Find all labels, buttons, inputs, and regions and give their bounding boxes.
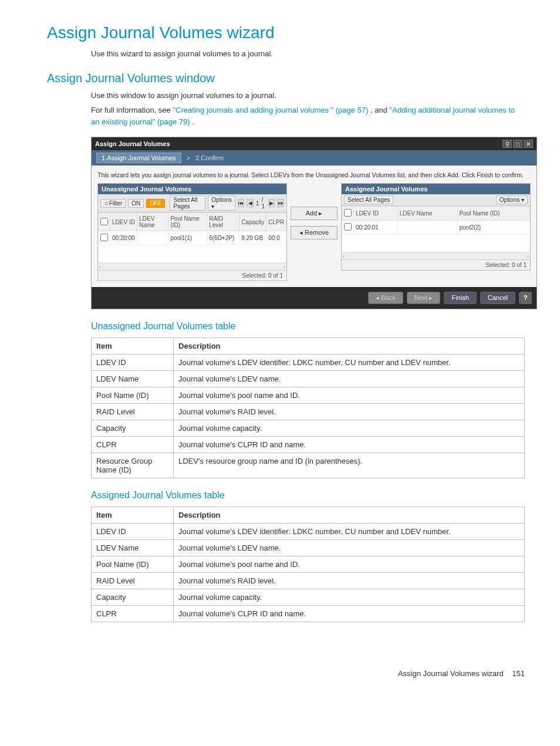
table-row: LDEV NameJournal volume's LDEV name.	[92, 540, 525, 556]
col-ldev-id[interactable]: LDEV ID	[110, 213, 137, 231]
page-footer: Assign Journal Volumes wizard 151	[47, 669, 525, 678]
assigned-header: Assigned Journal Volumes	[342, 184, 530, 194]
item: Capacity	[92, 589, 174, 606]
filter-button[interactable]: ☆Filter	[100, 199, 126, 208]
item: LDEV ID	[92, 355, 174, 371]
desc: Journal volume's pool name and ID.	[174, 556, 525, 573]
assigned-panel: Assigned Journal Volumes Select All Page…	[341, 183, 531, 271]
last-page-icon[interactable]: ⏭	[277, 199, 284, 207]
table-row: RAID LevelJournal volume's RAID level.	[92, 573, 525, 589]
assigned-table-title: Assigned Journal Volumes table	[91, 490, 525, 501]
header-desc: Description	[174, 338, 525, 355]
assigned-footer: Selected: 0 of 1	[342, 259, 530, 270]
checkbox-header[interactable]	[342, 207, 354, 221]
breadcrumb-step2: 2.Confirm	[195, 154, 224, 161]
prev-page-icon[interactable]: ◀	[247, 199, 254, 207]
filter-on[interactable]: ON	[128, 199, 144, 208]
col-clpr[interactable]: CLPR	[266, 213, 286, 231]
table-row: CapacityJournal volume capacity.	[92, 589, 525, 606]
unassigned-panel: Unassigned Journal Volumes ☆Filter ON OF…	[97, 183, 287, 281]
table-row: LDEV IDJournal volume's LDEV identifier:…	[92, 355, 525, 371]
empty-row	[342, 235, 530, 252]
cell-pool-name: pool2(2)	[457, 221, 530, 235]
item: CLPR	[92, 437, 174, 453]
col-ldev-name[interactable]: LDEV Name	[137, 213, 168, 231]
cell-ldev-id: 00:20:01	[354, 221, 398, 235]
h-scrollbar[interactable]: ‹›	[98, 263, 286, 270]
desc: Journal volume's LDEV identifier: LDKC n…	[174, 355, 525, 371]
unassigned-table: LDEV ID LDEV Name Pool Name (ID) RAID Le…	[98, 212, 286, 263]
col-ldev-id[interactable]: LDEV ID	[354, 207, 398, 221]
options-dropdown[interactable]: Options ▾	[208, 195, 235, 211]
select-all-checkbox[interactable]	[100, 218, 108, 225]
table-row: Resource Group Name (ID)LDEV's resource …	[92, 453, 525, 478]
full-info-prefix: For full information, see	[91, 106, 173, 114]
back-button[interactable]: ◂ Back	[368, 292, 403, 304]
col-raid-level[interactable]: RAID Level	[207, 213, 239, 231]
maximize-icon[interactable]: □	[513, 140, 522, 148]
item: Capacity	[92, 420, 174, 437]
desc: Journal volume's CLPR ID and name.	[174, 606, 525, 622]
wizard-title: Assign Journal Volumes	[95, 140, 170, 147]
item: LDEV ID	[92, 524, 174, 540]
page-total: / 1	[261, 197, 266, 210]
cancel-button[interactable]: Cancel	[480, 292, 515, 304]
end-punct: .	[192, 117, 194, 126]
h-scrollbar[interactable]: ‹›	[342, 252, 530, 259]
table-row[interactable]: 00:20:01 pool2(2)	[342, 221, 530, 235]
col-ldev-name[interactable]: LDEV Name	[397, 207, 457, 221]
add-button[interactable]: Add ▸	[291, 207, 338, 220]
row-checkbox[interactable]	[100, 234, 108, 241]
row-checkbox[interactable]	[344, 223, 352, 231]
link-creating-journals[interactable]: "Creating journals and adding journal vo…	[173, 106, 368, 114]
header-desc: Description	[174, 507, 525, 524]
desc: Journal volume's LDEV name.	[174, 540, 525, 556]
next-button[interactable]: Next ▸	[407, 292, 441, 304]
wizard-window: Assign Journal Volumes ⚲ □ ✕ 1.Assign Jo…	[91, 137, 537, 309]
checkbox-header[interactable]	[99, 213, 110, 231]
select-all-checkbox[interactable]	[344, 209, 352, 217]
filter-off[interactable]: OFF	[146, 199, 165, 208]
cell-ldev-id: 00:20:00	[110, 231, 137, 245]
empty-row	[99, 245, 286, 263]
col-pool-name[interactable]: Pool Name (ID)	[457, 207, 530, 221]
table-row: Pool Name (ID)Journal volume's pool name…	[92, 556, 525, 573]
remove-button[interactable]: ◂ Remove	[291, 226, 338, 239]
table-row: LDEV NameJournal volume's LDEV name.	[92, 371, 525, 387]
table-row: LDEV IDJournal volume's LDEV identifier:…	[92, 524, 525, 540]
breadcrumb-step1[interactable]: 1.Assign Journal Volumes	[96, 153, 181, 163]
wizard-instruction: This wizard lets you assign journal volu…	[97, 171, 531, 178]
filter-icon[interactable]: ⚲	[502, 140, 512, 148]
select-all-pages-right[interactable]: Select All Pages	[344, 195, 393, 204]
section-intro: Use this window to assign journal volume…	[91, 90, 525, 102]
help-button[interactable]: ?	[519, 292, 532, 304]
table-row: Pool Name (ID)Journal volume's pool name…	[92, 387, 525, 404]
assigned-table: LDEV ID LDEV Name Pool Name (ID) 00:20:0…	[342, 206, 530, 252]
page-current: 1	[256, 200, 259, 207]
cell-pool-name: pool1(1)	[168, 231, 207, 245]
item: RAID Level	[92, 573, 174, 589]
col-pool-name[interactable]: Pool Name (ID)	[168, 213, 207, 231]
desc: Journal volume's LDEV name.	[174, 371, 525, 387]
wizard-titlebar: Assign Journal Volumes ⚲ □ ✕	[92, 137, 537, 150]
intro-text: Use this wizard to assign journal volume…	[91, 48, 525, 60]
options-dropdown-right[interactable]: Options ▾	[496, 195, 528, 204]
table-row: CLPRJournal volume's CLPR ID and name.	[92, 437, 525, 453]
item: CLPR	[92, 606, 174, 622]
footer-text: Assign Journal Volumes wizard	[398, 669, 504, 678]
item: RAID Level	[92, 404, 174, 420]
item: LDEV Name	[92, 540, 174, 556]
item: LDEV Name	[92, 371, 174, 387]
next-page-icon[interactable]: ▶	[268, 199, 275, 207]
col-capacity[interactable]: Capacity	[239, 213, 266, 231]
breadcrumb-sep: >	[187, 154, 190, 161]
unassigned-table-title: Unassigned Journal Volumes table	[91, 321, 525, 332]
desc: Journal volume's CLPR ID and name.	[174, 437, 525, 453]
finish-button[interactable]: Finish	[444, 292, 476, 304]
first-page-icon[interactable]: ⏮	[238, 199, 245, 207]
table-row: RAID LevelJournal volume's RAID level.	[92, 404, 525, 420]
cell-ldev-name	[137, 231, 168, 245]
close-icon[interactable]: ✕	[524, 140, 533, 148]
select-all-pages[interactable]: Select All Pages	[170, 195, 205, 211]
table-row[interactable]: 00:20:00 pool1(1) 6(6D+2P) 8.20 GB 00:0	[99, 231, 286, 245]
